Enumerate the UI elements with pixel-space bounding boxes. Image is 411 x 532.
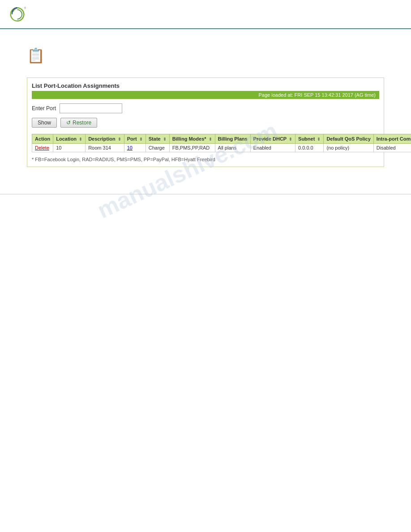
- col-port[interactable]: Port ⇕: [124, 134, 146, 144]
- section-wrapper: List Port-Location Assignments Page load…: [27, 77, 384, 167]
- show-label: Show: [38, 120, 51, 126]
- sort-subnet-icon: ⇕: [317, 137, 321, 142]
- enter-port-label: Enter Port: [32, 105, 56, 112]
- sort-port-icon: ⇕: [139, 137, 143, 142]
- enter-port-row: Enter Port: [32, 103, 379, 113]
- port-location-table: Action Location ⇕ Description ⇕ Port ⇕: [32, 134, 411, 152]
- col-provide-dhcp[interactable]: Provide DHCP ⇕: [250, 134, 295, 144]
- sort-description-icon: ⇕: [118, 137, 121, 142]
- footnote: * FB=Facebook Login, RAD=RADIUS, PMS=PMS…: [32, 157, 379, 162]
- table-row: Delete10Room 31410ChargeFB,PMS,PP,RADAll…: [32, 144, 411, 152]
- col-intra-port[interactable]: Intra-port Communication ⇕: [373, 134, 411, 144]
- cell-intra-port: Disabled: [373, 144, 411, 152]
- port-link[interactable]: 10: [127, 145, 133, 150]
- restore-icon: ↺: [66, 120, 71, 126]
- restore-button[interactable]: ↺ Restore: [60, 118, 97, 128]
- cell-subnet: 0.0.0.0: [295, 144, 324, 152]
- header: ®: [0, 0, 411, 29]
- restore-label: Restore: [73, 120, 91, 126]
- col-description[interactable]: Description ⇕: [86, 134, 124, 144]
- section-title: List Port-Location Assignments: [32, 82, 379, 89]
- page-loaded-bar: Page loaded at: FRI SEP 15 13:42:31 2017…: [32, 91, 379, 99]
- clipboard-icon: 📋: [27, 47, 45, 64]
- col-default-qos: Default QoS Policy: [324, 134, 373, 144]
- cell-billing-modes: FB,PMS,PP,RAD: [169, 144, 215, 152]
- delete-link[interactable]: Delete: [35, 145, 49, 150]
- cell-location: 10: [53, 144, 86, 152]
- cell-billing-plans: All plans: [215, 144, 250, 152]
- col-location[interactable]: Location ⇕: [53, 134, 86, 144]
- cell-default-qos: (no policy): [324, 144, 373, 152]
- col-state[interactable]: State ⇕: [146, 134, 169, 144]
- logo-container: ®: [9, 4, 402, 28]
- show-button[interactable]: Show: [32, 118, 57, 128]
- footer: [0, 194, 411, 200]
- sort-location-icon: ⇕: [79, 137, 82, 142]
- button-row: Show ↺ Restore: [32, 118, 379, 128]
- cell-port: 10: [124, 144, 146, 152]
- sort-state-icon: ⇕: [163, 137, 167, 142]
- enter-port-input[interactable]: [60, 103, 122, 113]
- table-header: Action Location ⇕ Description ⇕ Port ⇕: [32, 134, 411, 144]
- col-billing-plans: Billing Plans: [215, 134, 250, 144]
- col-subnet[interactable]: Subnet ⇕: [295, 134, 324, 144]
- sort-billing-modes-icon: ⇕: [209, 137, 212, 142]
- table-header-row: Action Location ⇕ Description ⇕ Port ⇕: [32, 134, 411, 144]
- table-body: Delete10Room 31410ChargeFB,PMS,PP,RADAll…: [32, 144, 411, 152]
- sort-dhcp-icon: ⇕: [289, 137, 292, 142]
- cell-provide-dhcp: Enabled: [250, 144, 295, 152]
- svg-text:®: ®: [24, 7, 26, 9]
- col-action: Action: [32, 134, 53, 144]
- col-billing-modes[interactable]: Billing Modes* ⇕: [169, 134, 215, 144]
- logo-icon: ®: [9, 4, 31, 25]
- main-content: 📋 List Port-Location Assignments Page lo…: [0, 29, 411, 176]
- cell-state: Charge: [146, 144, 169, 152]
- cell-description: Room 314: [86, 144, 124, 152]
- clipboard-area: 📋: [27, 38, 384, 77]
- cell-action: Delete: [32, 144, 53, 152]
